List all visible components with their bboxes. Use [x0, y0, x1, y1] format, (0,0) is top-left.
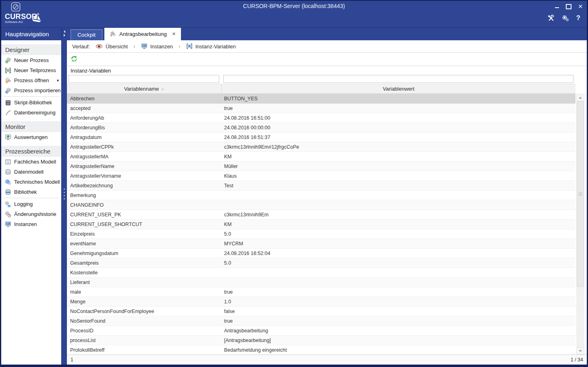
breadcrumb-label: Übersicht [106, 44, 128, 50]
sidebar-item-label: Prozess importieren [14, 87, 61, 93]
sidebar-item-aenderungshistorie[interactable]: Änderungshistorie [1, 209, 61, 219]
close-tab-icon[interactable]: ✕ [172, 31, 176, 37]
column-header-variablenwert[interactable]: Variablenwert [222, 84, 576, 93]
sidebar-item-label: Fachliches Modell [14, 159, 56, 165]
tools-icon[interactable] [547, 15, 555, 22]
table-row[interactable]: ProcessIDAntragsbearbeitung [67, 326, 576, 336]
table-row[interactable]: ProtokollBetreffBedarfsmeldung eingereic… [67, 345, 576, 355]
refresh-button[interactable] [70, 55, 78, 63]
table-row[interactable]: AntragsstellerVornameKlaus [67, 171, 576, 181]
sidebar-splitter[interactable] [61, 27, 67, 365]
table-row[interactable]: eventNameMYCRM [67, 239, 576, 249]
library-db-icon [5, 189, 11, 195]
sidebar-item-neuer-teilprozess[interactable]: Neuer Teilprozess [1, 65, 61, 75]
table-row[interactable]: maletrue [67, 287, 576, 297]
table-row[interactable]: acceptedtrue [67, 104, 576, 113]
sidebar-item-logging[interactable]: Logging [1, 199, 61, 209]
table-row[interactable]: Antragsdatum24.08.2016 16:51:37 [67, 133, 576, 142]
table-row[interactable]: CURRENT_USER_PKc3krmc13rlnnih9Em [67, 210, 576, 220]
table-row[interactable]: CURRENT_USER_SHORTCUTKM [67, 220, 576, 229]
maximize-button[interactable] [565, 3, 572, 10]
cell-variablenname: AntragsstellerVorname [67, 173, 222, 179]
eye-icon [96, 44, 103, 49]
table-row[interactable]: CHANGEINFO [67, 200, 576, 210]
sidebar-item-label: Prozess öffnen [14, 77, 49, 83]
cell-variablenname: Menge [67, 299, 222, 305]
scroll-down-icon[interactable] [576, 347, 584, 355]
cell-variablenwert: Test [222, 183, 576, 189]
sidebar-item-neuer-prozess[interactable]: Neuer Prozess [1, 55, 61, 65]
sidebar-item-instanzen[interactable]: Instanzen [1, 219, 61, 229]
scroll-up-icon[interactable] [576, 94, 584, 101]
view-toolbar [67, 53, 587, 66]
table-row[interactable]: Kostenstelle [67, 268, 576, 278]
cell-variablenname: Abbrechen [67, 96, 222, 102]
sidebar-item-skript-bibliothek[interactable]: Skript-Bibliothek [1, 97, 61, 108]
window-title: CURSOR-BPM-Server (localhost:38443) [82, 3, 506, 9]
gear-import-icon [5, 87, 11, 94]
table-row[interactable]: Gesamtpreis5.0 [67, 258, 576, 268]
breadcrumb-item-uebersicht[interactable]: Übersicht [96, 44, 128, 50]
cell-variablenname: ProcessID [67, 328, 222, 334]
cell-variablenname: Artikelbezeichnung [67, 183, 222, 189]
sidebar-item-datenbereinigung[interactable]: Datenbereinigung [1, 108, 61, 118]
table-row[interactable]: AntragsstellerMAKM [67, 152, 576, 162]
tab-antragsbearbeitung[interactable]: Antragsbearbeitung✕ [104, 28, 181, 40]
table-row[interactable]: AntragsstellerCPPkc3krmc13rlnnih9Em#12jf… [67, 142, 576, 152]
window-controls: ✕ [554, 3, 584, 10]
vertical-scrollbar[interactable] [576, 94, 584, 355]
table-row[interactable]: Menge1.0 [67, 297, 576, 307]
tab-label: Cockpit [77, 32, 96, 38]
table-row[interactable]: processList[Antragsbearbeitung] [67, 336, 576, 345]
sidebar-item-label: Neuer Teilprozess [14, 67, 56, 73]
sidebar-item-prozess-oeffnen[interactable]: Prozess öffnen▾ [1, 75, 61, 85]
settings-gears-icon[interactable] [562, 15, 569, 22]
sidebar-item-technisches-modell[interactable]: Technisches Modell [1, 177, 61, 187]
sidebar-item-label: Logging [14, 201, 33, 207]
sailboat-icon [31, 13, 43, 26]
table-row[interactable]: AbbrechenBUTTON_YES [67, 94, 576, 104]
scrollbar-thumb[interactable] [577, 102, 584, 287]
column-header-variablenname[interactable]: Variablenname ▲ [67, 84, 222, 93]
table-row[interactable]: NoContactPersonFoundForEmployeefalse [67, 307, 576, 316]
sidebar-item-label: Auswertungen [14, 134, 48, 140]
cell-variablenname: AntragsstellerCPPk [67, 144, 222, 150]
breadcrumb-item-instanz-variablen[interactable]: Instanz-Variablen [186, 43, 236, 50]
sidebar-item-prozess-importieren[interactable]: Prozess importieren [1, 85, 61, 95]
cell-variablenwert: 24.08.2016 16:51:00 [222, 115, 576, 121]
table-row[interactable]: Genehmigungsdatum24.08.2016 16:52:04 [67, 249, 576, 258]
sort-ascending-icon: ▲ [161, 87, 164, 90]
monitor-icon [141, 43, 148, 50]
monitor-icon [5, 221, 11, 228]
cell-variablenname: Gesamtpreis [67, 260, 222, 266]
sidebar-item-datenmodell[interactable]: Datenmodell [1, 167, 61, 177]
cell-variablenwert: Bedarfsmeldung eingereicht [222, 347, 576, 353]
cell-variablenwert: Antragsbearbeitung [222, 328, 576, 334]
filter-variablenwert-input[interactable] [223, 75, 573, 83]
close-button[interactable]: ✕ [577, 3, 584, 10]
brackets-plus-icon [5, 67, 11, 74]
table-row[interactable]: ArtikelbezeichnungTest [67, 181, 576, 191]
table-row[interactable]: Lieferant [67, 278, 576, 287]
cell-variablenname: Antragsdatum [67, 135, 222, 140]
tab-cockpit[interactable]: Cockpit [71, 29, 102, 40]
table-row[interactable]: Bemerkung [67, 191, 576, 200]
content-area: Verlauf: Übersicht›Instanzen›Instanz-Var… [67, 40, 587, 365]
table-row[interactable]: Einzelpreis5.0 [67, 229, 576, 239]
status-row-indicator: 1 [71, 357, 73, 363]
sidebar-item-auswertungen[interactable]: Auswertungen [1, 132, 61, 142]
dropdown-caret-icon[interactable]: ▾ [57, 78, 59, 83]
sidebar-item-fachliches-modell[interactable]: Fachliches Modell [1, 157, 61, 167]
scrollbar-grip-icon [579, 193, 582, 196]
table-row[interactable]: AntragsstellerNameMüller [67, 162, 576, 171]
splitter-collapse-icon[interactable] [63, 30, 66, 39]
sidebar-item-bibliothek[interactable]: Bibliothek [1, 187, 61, 197]
filter-variablenname-input[interactable] [69, 75, 219, 83]
table-row[interactable]: AnforderungBis24.08.2016 00:00:00 [67, 123, 576, 133]
help-icon[interactable]: ? [576, 14, 580, 22]
chevron-right-icon: › [173, 43, 186, 50]
table-row[interactable]: AnforderungAb24.08.2016 16:51:00 [67, 113, 576, 123]
breadcrumb-item-instanzen[interactable]: Instanzen [141, 43, 173, 50]
minimize-button[interactable] [554, 3, 560, 10]
table-row[interactable]: NoSeniorFoundtrue [67, 316, 576, 326]
